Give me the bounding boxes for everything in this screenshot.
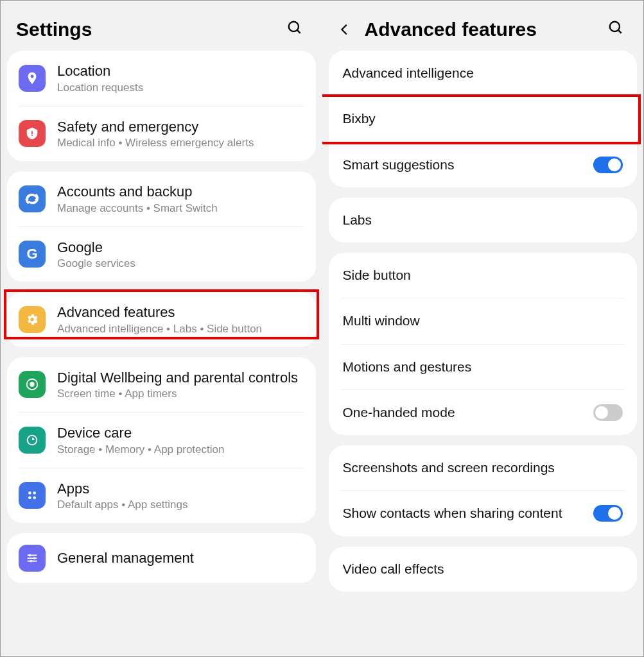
row-title: One-handed mode	[343, 404, 587, 421]
svg-line-16	[618, 30, 622, 33]
row-title: Screenshots and screen recordings	[343, 459, 623, 476]
row-sub: Google services	[57, 257, 304, 270]
search-icon[interactable]	[286, 19, 303, 40]
row-title: Labs	[343, 212, 623, 228]
svg-point-6	[33, 491, 36, 495]
svg-point-0	[288, 21, 298, 31]
row-multi-window[interactable]: Multi window	[340, 298, 626, 343]
settings-row-apps[interactable]: Apps Default apps • App settings	[19, 468, 304, 524]
row-sub: Screen time • App timers	[57, 388, 304, 400]
row-sub: Storage • Memory • App protection	[57, 443, 304, 456]
settings-row-general[interactable]: General management	[19, 533, 304, 583]
row-advanced-intelligence[interactable]: Advanced intelligence	[340, 51, 626, 96]
svg-point-7	[28, 497, 31, 500]
svg-point-12	[29, 554, 31, 557]
settings-group: Location Location requests Safety and em…	[7, 51, 316, 161]
settings-pane: Settings Location Location requests Safe…	[1, 1, 322, 656]
page-title: Advanced features	[365, 19, 608, 40]
safety-icon	[19, 120, 46, 147]
row-sub: Default apps • App settings	[57, 499, 304, 511]
general-management-icon	[19, 545, 46, 572]
settings-row-advanced-features[interactable]: Advanced features Advanced intelligence …	[19, 292, 304, 347]
row-title: Multi window	[343, 312, 623, 329]
row-title: Bixby	[343, 110, 623, 127]
search-icon[interactable]	[607, 19, 624, 40]
svg-point-3	[30, 382, 34, 387]
svg-point-8	[33, 497, 36, 500]
page-title: Settings	[16, 19, 286, 40]
advanced-group: Labs	[329, 198, 638, 243]
row-show-contacts[interactable]: Show contacts when sharing content	[340, 490, 626, 536]
svg-point-5	[28, 491, 31, 495]
settings-row-device-care[interactable]: Device care Storage • Memory • App prote…	[19, 412, 304, 468]
advanced-group: Advanced intelligence Bixby Smart sugges…	[329, 51, 638, 187]
row-sub: Medical info • Wireless emergency alerts	[57, 137, 304, 149]
advanced-header: Advanced features	[322, 1, 644, 51]
row-sub: Advanced intelligence • Labs • Side butt…	[57, 323, 304, 336]
row-title: Smart suggestions	[343, 157, 587, 173]
row-title: Advanced features	[57, 303, 304, 321]
row-title: Digital Wellbeing and parental controls	[57, 369, 304, 387]
settings-group: General management	[7, 533, 316, 583]
row-labs[interactable]: Labs	[340, 198, 626, 243]
row-bixby[interactable]: Bixby	[340, 96, 626, 141]
row-title: Advanced intelligence	[343, 65, 623, 81]
row-title: General management	[57, 549, 304, 567]
row-title: Google	[57, 239, 304, 257]
settings-group: Accounts and backup Manage accounts • Sm…	[7, 171, 316, 282]
row-title: Accounts and backup	[57, 183, 304, 201]
svg-line-1	[297, 30, 300, 33]
row-video-call-effects[interactable]: Video call effects	[340, 547, 626, 592]
row-motions-gestures[interactable]: Motions and gestures	[340, 344, 626, 389]
back-icon[interactable]	[338, 22, 357, 37]
row-one-handed-mode[interactable]: One-handed mode	[340, 389, 626, 435]
settings-row-google[interactable]: G Google Google services	[19, 226, 304, 282]
accounts-backup-icon	[19, 185, 46, 212]
row-side-button[interactable]: Side button	[340, 253, 626, 298]
apps-icon	[19, 482, 46, 509]
toggle-switch[interactable]	[593, 404, 623, 421]
row-title: Device care	[57, 424, 304, 442]
row-smart-suggestions[interactable]: Smart suggestions	[340, 142, 626, 187]
toggle-switch[interactable]	[593, 157, 623, 173]
settings-row-safety[interactable]: Safety and emergency Medical info • Wire…	[19, 106, 304, 162]
row-sub: Location requests	[57, 81, 304, 94]
device-care-icon	[19, 427, 46, 454]
toggle-switch[interactable]	[593, 505, 623, 522]
location-icon	[19, 65, 46, 92]
settings-group: Advanced features Advanced intelligence …	[7, 292, 316, 347]
svg-point-15	[610, 21, 620, 31]
advanced-features-icon	[19, 306, 46, 333]
svg-point-13	[33, 557, 36, 559]
row-title: Video call effects	[343, 561, 623, 577]
row-title: Show contacts when sharing content	[343, 505, 587, 522]
advanced-group: Screenshots and screen recordings Show c…	[329, 445, 638, 536]
row-screenshots[interactable]: Screenshots and screen recordings	[340, 445, 626, 490]
settings-row-location[interactable]: Location Location requests	[19, 51, 304, 106]
digital-wellbeing-icon	[19, 371, 46, 398]
row-sub: Manage accounts • Smart Switch	[57, 202, 304, 215]
row-title: Side button	[343, 267, 623, 284]
settings-header: Settings	[1, 1, 322, 51]
advanced-group: Side button Multi window Motions and ges…	[329, 253, 638, 435]
advanced-features-pane: Advanced features Advanced intelligence …	[322, 1, 644, 656]
advanced-group: Video call effects	[329, 547, 638, 592]
row-title: Safety and emergency	[57, 118, 304, 136]
row-title: Location	[57, 62, 304, 80]
settings-row-accounts[interactable]: Accounts and backup Manage accounts • Sm…	[19, 171, 304, 226]
settings-row-wellbeing[interactable]: Digital Wellbeing and parental controls …	[19, 357, 304, 413]
row-title: Motions and gestures	[343, 359, 623, 375]
google-icon: G	[19, 241, 46, 268]
svg-point-14	[30, 560, 32, 563]
settings-group: Digital Wellbeing and parental controls …	[7, 357, 316, 524]
row-title: Apps	[57, 480, 304, 498]
